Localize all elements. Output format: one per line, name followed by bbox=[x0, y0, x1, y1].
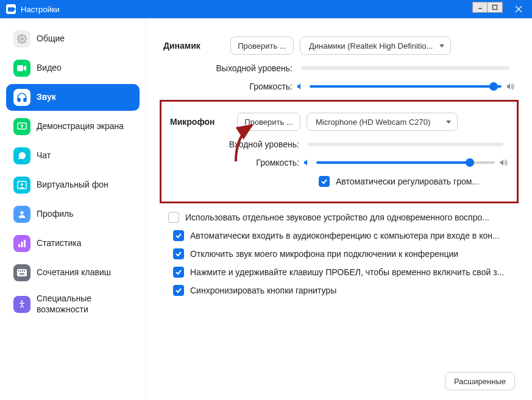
microphone-highlight: Микрофон Проверить ... Microphone (HD We… bbox=[160, 100, 519, 203]
svg-rect-15 bbox=[20, 270, 21, 272]
svg-rect-14 bbox=[18, 270, 20, 272]
mic-device-value: Microphone (HD Webcam C270) bbox=[316, 118, 430, 127]
sync-headset-label: Синхронизировать кнопки гарнитуры bbox=[190, 286, 336, 295]
sidebar-item-label: Специальные возможности bbox=[37, 293, 132, 315]
svg-rect-12 bbox=[24, 240, 26, 247]
titlebar: Настройки bbox=[0, 0, 532, 18]
speaker-title: Динамик bbox=[163, 41, 230, 51]
sidebar-item-statistics[interactable]: Статистика bbox=[6, 230, 140, 257]
window-title: Настройки bbox=[21, 5, 60, 14]
sidebar: Общие Видео Звук Демонстрация экрана Чат… bbox=[0, 18, 146, 400]
sidebar-item-label: Профиль bbox=[37, 209, 73, 220]
profile-icon bbox=[13, 206, 30, 223]
test-speaker-button[interactable]: Проверить ... bbox=[230, 37, 294, 55]
sidebar-item-label: Виртуальный фон bbox=[37, 180, 108, 191]
window-controls bbox=[472, 0, 532, 18]
svg-point-9 bbox=[20, 211, 23, 214]
input-level-label: Входной уровень: bbox=[170, 139, 303, 149]
advanced-button[interactable]: Расширенные bbox=[445, 372, 515, 390]
output-level-label: Выходной уровень: bbox=[163, 63, 296, 73]
push-to-talk-label: Нажмите и удерживайте клавишу ПРОБЕЛ, чт… bbox=[190, 267, 504, 277]
sidebar-item-audio[interactable]: Звук bbox=[6, 84, 140, 111]
accessibility-icon bbox=[13, 296, 30, 313]
headphones-icon bbox=[13, 89, 30, 106]
sidebar-item-label: Статистика bbox=[37, 238, 82, 249]
gear-icon bbox=[13, 30, 30, 47]
volume-high-icon bbox=[506, 83, 515, 90]
svg-rect-10 bbox=[18, 244, 20, 247]
sidebar-item-label: Звук bbox=[37, 92, 56, 103]
test-mic-button[interactable]: Проверить ... bbox=[237, 113, 300, 131]
sidebar-item-label: Видео bbox=[37, 63, 62, 74]
svg-point-4 bbox=[21, 38, 23, 40]
svg-rect-18 bbox=[20, 273, 24, 275]
screen-share-icon bbox=[13, 118, 30, 135]
virtual-bg-icon bbox=[13, 177, 30, 194]
chat-icon bbox=[13, 147, 30, 164]
svg-rect-16 bbox=[22, 270, 23, 272]
speaker-volume-label: Громкость: bbox=[163, 82, 296, 91]
sidebar-item-accessibility[interactable]: Специальные возможности bbox=[6, 289, 140, 320]
auto-join-label: Автоматически входить в аудиоконференцию… bbox=[190, 231, 500, 240]
separate-device-label: Использовать отдельное звуковое устройст… bbox=[185, 212, 489, 222]
svg-rect-11 bbox=[21, 242, 23, 247]
separate-device-checkbox[interactable] bbox=[168, 212, 179, 223]
speaker-device-value: Динамики (Realtek High Definitio... bbox=[309, 41, 433, 51]
app-icon bbox=[6, 4, 16, 14]
close-button[interactable] bbox=[505, 0, 532, 18]
sidebar-item-virtual-bg[interactable]: Виртуальный фон bbox=[6, 172, 140, 198]
mute-on-join-label: Отключить звук моего микрофона при подкл… bbox=[190, 249, 458, 259]
svg-rect-17 bbox=[24, 270, 25, 272]
sidebar-item-label: Общие bbox=[37, 33, 65, 44]
keyboard-icon bbox=[13, 264, 30, 281]
svg-rect-13 bbox=[17, 269, 27, 276]
mic-title: Микрофон bbox=[170, 117, 237, 127]
svg-point-8 bbox=[21, 183, 23, 186]
speaker-device-select[interactable]: Динамики (Realtek High Definitio... bbox=[300, 37, 451, 55]
auto-adjust-label: Автоматически регулировать гром... bbox=[336, 177, 479, 186]
svg-point-19 bbox=[21, 300, 23, 302]
video-icon bbox=[13, 60, 30, 77]
push-to-talk-checkbox[interactable] bbox=[173, 267, 184, 278]
auto-join-checkbox[interactable] bbox=[173, 230, 184, 241]
sidebar-item-chat[interactable]: Чат bbox=[6, 142, 140, 169]
content-panel: Динамик Проверить ... Динамики (Realtek … bbox=[146, 18, 532, 400]
mic-volume-slider[interactable] bbox=[316, 161, 495, 164]
sidebar-item-shortcuts[interactable]: Сочетания клавиш bbox=[6, 259, 140, 286]
volume-low-icon bbox=[296, 83, 305, 90]
input-level-meter bbox=[308, 142, 503, 146]
sidebar-item-label: Демонстрация экрана bbox=[37, 121, 124, 132]
volume-low-icon bbox=[303, 159, 311, 166]
mic-device-select[interactable]: Microphone (HD Webcam C270) bbox=[307, 113, 458, 131]
volume-high-icon bbox=[500, 159, 508, 166]
sidebar-item-video[interactable]: Видео bbox=[6, 55, 140, 82]
output-level-meter bbox=[301, 66, 510, 70]
auto-adjust-checkbox[interactable] bbox=[319, 176, 330, 187]
svg-rect-5 bbox=[17, 65, 23, 71]
sidebar-item-share-screen[interactable]: Демонстрация экрана bbox=[6, 113, 140, 140]
sidebar-item-general[interactable]: Общие bbox=[6, 26, 140, 52]
svg-rect-1 bbox=[493, 5, 497, 10]
maximize-button[interactable] bbox=[488, 2, 502, 12]
sidebar-item-profile[interactable]: Профиль bbox=[6, 201, 140, 228]
minimize-button[interactable] bbox=[473, 2, 488, 12]
sync-headset-checkbox[interactable] bbox=[173, 285, 184, 296]
speaker-volume-slider[interactable] bbox=[310, 85, 502, 88]
sidebar-item-label: Сочетания клавиш bbox=[37, 267, 111, 278]
sidebar-item-label: Чат bbox=[37, 150, 51, 161]
mute-on-join-checkbox[interactable] bbox=[173, 248, 184, 259]
mic-volume-label: Громкость: bbox=[170, 158, 303, 167]
stats-icon bbox=[13, 235, 30, 252]
